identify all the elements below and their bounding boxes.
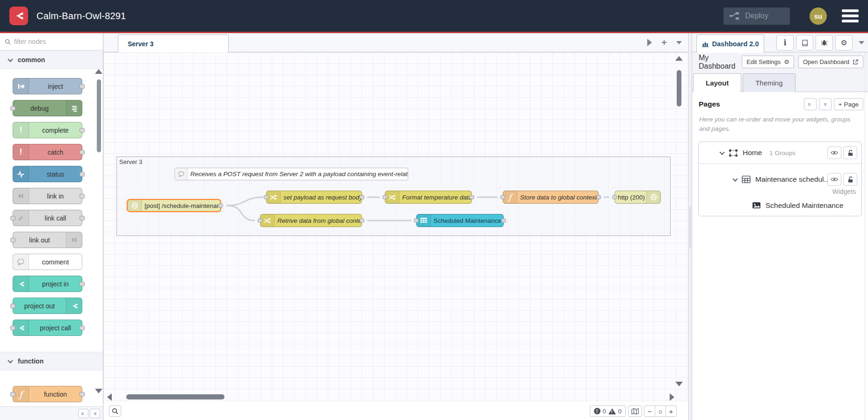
palette-node-project-out[interactable]: project out	[13, 298, 82, 314]
scroll-left-icon[interactable]	[107, 393, 112, 401]
expand-all-button[interactable]: «	[819, 98, 832, 110]
change-node-set-payload[interactable]: set payload as request body	[266, 191, 362, 204]
output-port[interactable]	[80, 128, 85, 133]
tree-row-page-home[interactable]: Home 1 Groups	[699, 142, 861, 164]
vertical-scrollbar-thumb[interactable]	[677, 70, 681, 107]
splitter-handle[interactable]	[689, 206, 691, 248]
http-response-node[interactable]: http (200)	[615, 191, 661, 204]
zoom-out-button[interactable]: −	[644, 406, 655, 417]
palette-node-inject[interactable]: inject	[13, 78, 82, 94]
palette-scrollbar[interactable]	[96, 70, 101, 392]
user-avatar[interactable]: su	[810, 7, 827, 25]
chevron-down-icon[interactable]	[719, 149, 724, 155]
output-port[interactable]	[80, 282, 85, 286]
palette-node-link-out[interactable]: link out	[13, 232, 82, 248]
debug-tab-button[interactable]	[816, 35, 833, 50]
ui-table-node[interactable]: Scheduled Maintenance	[416, 214, 504, 227]
edit-settings-button[interactable]: Edit Settings ⚙	[742, 56, 794, 68]
http-in-node[interactable]: [post] /schedule-maintenance	[127, 199, 221, 212]
flow-canvas[interactable]: Server 3 Receives a POST request from Se…	[103, 52, 688, 402]
tab-scroll-right-icon[interactable]	[647, 39, 652, 46]
input-port[interactable]	[414, 219, 419, 223]
main-menu-button[interactable]	[840, 7, 861, 24]
input-port[interactable]	[10, 326, 15, 330]
add-page-button[interactable]: + Page	[834, 98, 863, 110]
scroll-down-icon[interactable]	[675, 382, 683, 386]
function-node-store-data[interactable]: ƒ Store data to global context	[503, 191, 599, 204]
palette-node-link-call[interactable]: link call	[13, 210, 82, 226]
input-port[interactable]	[10, 106, 15, 111]
palette-category-function[interactable]: function	[0, 352, 103, 370]
output-port[interactable]	[80, 194, 85, 199]
input-port[interactable]	[383, 195, 387, 199]
input-port[interactable]	[258, 219, 262, 223]
change-node-retrive-data[interactable]: Retrive data from global context	[260, 214, 362, 227]
horizontal-scrollbar-thumb[interactable]	[126, 394, 224, 399]
lock-toggle-button[interactable]	[843, 147, 857, 159]
comment-node[interactable]: Receives a POST request from Server 2 wi…	[174, 168, 408, 180]
input-port[interactable]	[612, 195, 617, 199]
palette-filter-input[interactable]	[14, 38, 84, 45]
palette-node-catch[interactable]: ! catch	[13, 144, 82, 160]
palette-node-project-call[interactable]: project call	[13, 320, 82, 336]
change-node-format-temperature[interactable]: Format temperature data.	[385, 191, 472, 204]
chevron-down-icon[interactable]	[732, 176, 738, 181]
palette-node-function[interactable]: ƒ function	[13, 386, 82, 402]
scroll-right-icon[interactable]	[670, 393, 674, 401]
output-port[interactable]	[80, 392, 85, 397]
lock-toggle-button[interactable]	[843, 173, 857, 186]
palette-node-complete[interactable]: ! complete	[13, 122, 82, 138]
tab-layout[interactable]: Layout	[693, 73, 741, 92]
input-port[interactable]	[10, 304, 15, 308]
visibility-toggle-button[interactable]	[827, 173, 841, 186]
zoom-reset-button[interactable]: ○	[655, 406, 666, 417]
input-port[interactable]	[10, 238, 15, 242]
input-port[interactable]	[264, 195, 268, 199]
palette-collapse-all-button[interactable]: «	[78, 409, 88, 418]
palette-node-link-in[interactable]: link in	[13, 188, 82, 204]
palette-scrollbar-thumb[interactable]	[97, 79, 101, 152]
output-port[interactable]	[470, 195, 474, 199]
input-port[interactable]	[500, 195, 505, 199]
input-port[interactable]	[10, 216, 15, 221]
flow-tab-server3[interactable]: Server 3	[118, 35, 229, 53]
canvas-search-button[interactable]	[109, 406, 121, 417]
scroll-up-icon[interactable]	[95, 69, 102, 74]
info-tab-button[interactable]: i	[776, 35, 794, 50]
canvas-vertical-scrollbar[interactable]	[675, 56, 683, 399]
zoom-in-button[interactable]: +	[665, 406, 677, 417]
sidebar-splitter[interactable]	[688, 33, 692, 420]
palette-search[interactable]	[0, 33, 103, 50]
open-dashboard-button[interactable]: Open Dashboard	[798, 56, 863, 68]
canvas-horizontal-scrollbar[interactable]	[107, 393, 674, 401]
palette-node-status[interactable]: status	[13, 166, 82, 182]
output-port[interactable]	[218, 204, 223, 208]
output-port[interactable]	[80, 84, 85, 89]
output-port[interactable]	[501, 219, 506, 223]
palette-node-debug[interactable]: debug	[13, 100, 82, 116]
output-port[interactable]	[360, 219, 364, 223]
add-flow-button[interactable]: +	[661, 38, 667, 47]
output-port[interactable]	[360, 195, 364, 199]
palette-node-comment[interactable]: comment	[13, 254, 82, 270]
output-port[interactable]	[80, 326, 85, 330]
output-port[interactable]	[80, 150, 85, 155]
scroll-down-icon[interactable]	[95, 389, 102, 393]
scroll-up-icon[interactable]	[675, 56, 683, 61]
visibility-toggle-button[interactable]	[827, 147, 841, 159]
input-port[interactable]	[10, 392, 15, 397]
palette-category-common[interactable]: common	[0, 50, 103, 69]
sidebar-scrollbar[interactable]	[865, 52, 868, 420]
palette-expand-all-button[interactable]: «	[90, 409, 100, 418]
deploy-button[interactable]: Deploy	[723, 7, 790, 25]
collapse-all-button[interactable]: «	[804, 98, 817, 110]
output-port[interactable]	[80, 172, 85, 177]
flow-list-caret-icon[interactable]	[676, 41, 682, 44]
output-port[interactable]	[80, 216, 85, 221]
navigator-map-button[interactable]	[628, 406, 642, 417]
tree-row-group-maintenance[interactable]: Maintenance schedul... 1 Widgets	[699, 164, 861, 195]
sidebar-tab-dashboard2[interactable]: Dashboard 2.0	[696, 35, 764, 53]
sidebar-more-caret-icon[interactable]	[859, 41, 864, 44]
settings-tab-button[interactable]: ⚙	[835, 35, 853, 50]
tab-theming[interactable]: Theming	[743, 73, 795, 92]
